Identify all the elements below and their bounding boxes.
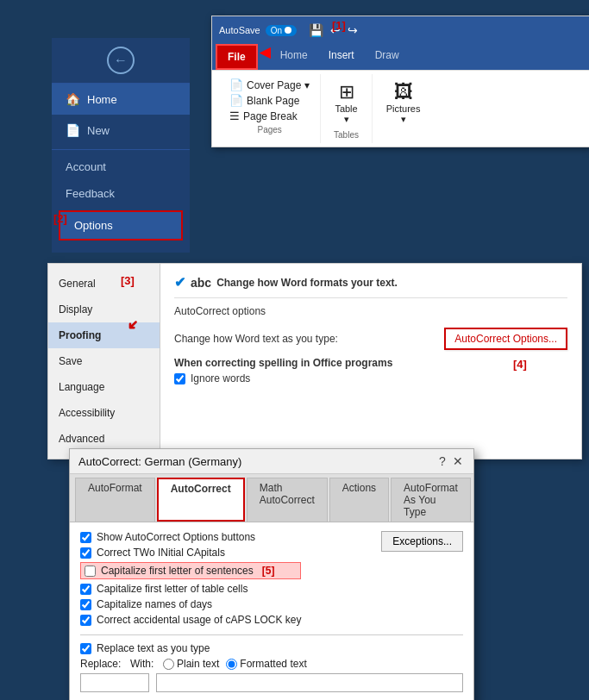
step5-label: [5]: [262, 565, 275, 577]
opt-accessibility[interactable]: Accessibility: [48, 400, 160, 426]
ignore-words-label: Ignore words: [191, 372, 250, 384]
sidebar-item-account[interactable]: Account: [52, 153, 190, 180]
dialog-close[interactable]: ✕: [451, 454, 465, 468]
two-initials-check[interactable]: [80, 547, 91, 559]
sidebar-back: ←: [52, 38, 190, 84]
tables-group: ⊞ Table ▾ Tables: [321, 74, 372, 143]
top-section: Show AutoCorrect Options buttons Correct…: [80, 531, 463, 629]
blank-page-label: Blank Page: [247, 95, 299, 107]
table-label: Table: [335, 103, 357, 114]
sidebar-item-feedback[interactable]: Feedback: [52, 180, 190, 207]
options-nav: General Display Proofing Save Language A…: [48, 264, 160, 459]
word-sidebar: ← 🏠 Home 📄 New Account Feedback Options: [52, 38, 190, 253]
dialog-help[interactable]: ?: [435, 454, 449, 468]
tab-autocorrect[interactable]: AutoCorrect: [157, 478, 245, 522]
with-col-label: With:: [130, 658, 156, 670]
pictures-group: 🖼 Pictures ▾: [373, 74, 435, 143]
left-checkboxes: Show AutoCorrect Options buttons Correct…: [80, 531, 301, 629]
replace-input-field[interactable]: [80, 673, 149, 692]
step1-label: [1]: [332, 19, 346, 32]
caps-lock-label: Correct accidental usage of cAPS LOCK ke…: [97, 614, 301, 626]
cover-page-label: Cover Page: [247, 79, 301, 91]
capitalize-table-check[interactable]: [80, 584, 91, 595]
check-icon: ✔: [174, 274, 185, 291]
tab-autoformat[interactable]: AutoFormat: [75, 478, 155, 522]
pages-group: 📄 Cover Page ▾ 📄 Blank Page ☰ Page Break…: [219, 74, 321, 143]
replace-text-row: Replace text as you type: [80, 642, 463, 654]
autocorrect-desc: Change how Word text as you type:: [174, 333, 338, 345]
home-icon: 🏠: [66, 92, 80, 106]
sidebar-item-home[interactable]: 🏠 Home: [52, 84, 190, 115]
ignore-words-check[interactable]: [174, 373, 185, 384]
opt-language[interactable]: Language: [48, 374, 160, 400]
sidebar-item-new[interactable]: 📄 New: [52, 115, 190, 146]
replace-text-check[interactable]: [80, 643, 91, 654]
replace-input-row: W11 Format-Festplatten?: [80, 673, 463, 692]
capitalize-names-label: Capitalize names of days: [97, 598, 212, 610]
opt-save[interactable]: Save: [48, 348, 160, 374]
exceptions-button[interactable]: Exceptions...: [381, 531, 463, 552]
capitalize-sentences-check[interactable]: [85, 566, 96, 577]
when-correcting-title: When correcting spelling in Office progr…: [174, 357, 567, 369]
capitalize-table-label: Capitalize first letter of table cells: [97, 583, 248, 595]
capitalize-names-check[interactable]: [80, 599, 91, 610]
formatted-text-label: Formatted text: [240, 658, 306, 670]
tab-actions[interactable]: Actions: [329, 478, 389, 522]
table-icon: ⊞: [339, 81, 354, 103]
autosave-toggle[interactable]: On: [266, 25, 297, 36]
ribbon-tabs: File ◀ Home Insert Draw: [212, 44, 589, 70]
dialog-body: Show AutoCorrect Options buttons Correct…: [70, 522, 473, 700]
opt-display[interactable]: Display: [48, 297, 160, 322]
pictures-item[interactable]: 🖼 Pictures ▾: [379, 78, 428, 128]
show-buttons-check[interactable]: [80, 532, 91, 543]
autocorrect-btn-label: AutoCorrect Options...: [454, 333, 557, 345]
opt-section-title: ✔ abc Change how Word formats your text.: [174, 274, 567, 291]
radio-group: Plain text Formatted text: [163, 658, 307, 670]
replace-headers-row: Replace: With: Plain text Formatted text: [80, 658, 463, 670]
autocorrect-options-button[interactable]: AutoCorrect Options...: [444, 328, 567, 350]
when-correcting-section: When correcting spelling in Office progr…: [174, 357, 567, 384]
cover-page-item[interactable]: 📄 Cover Page ▾: [226, 78, 313, 92]
page-break-label: Page Break: [243, 110, 298, 122]
back-button[interactable]: ←: [107, 47, 135, 74]
ribbon-panel: AutoSave On 💾 ↩ ↪ File ◀ Home Insert Dra…: [211, 16, 589, 147]
replace-value-field[interactable]: W11 Format-Festplatten?: [156, 673, 463, 692]
formatted-text-radio[interactable]: [226, 659, 237, 670]
cover-page-arrow: ▾: [304, 79, 310, 91]
plain-text-radio[interactable]: [163, 659, 174, 670]
opt-desc: Change how Word formats your text.: [216, 277, 398, 289]
opt-general[interactable]: General: [48, 271, 160, 297]
cover-page-icon: 📄: [229, 78, 243, 91]
ribbon-content: 📄 Cover Page ▾ 📄 Blank Page ☰ Page Break…: [212, 70, 589, 147]
dialog-tabs: AutoFormat AutoCorrect Math AutoCorrect …: [70, 474, 473, 522]
tab-insert[interactable]: Insert: [318, 44, 365, 70]
caps-lock-check[interactable]: [80, 615, 91, 626]
capitalize-table-row: Capitalize first letter of table cells: [80, 583, 301, 595]
caps-lock-row: Correct accidental usage of cAPS LOCK ke…: [80, 614, 301, 626]
page-break-icon: ☰: [229, 109, 240, 122]
tab-home[interactable]: Home: [270, 44, 318, 70]
tab-math-autocorrect[interactable]: Math AutoCorrect: [247, 478, 328, 522]
replace-value-spacer: W11 Format-Festplatten?: [156, 673, 463, 692]
tab-draw[interactable]: Draw: [365, 44, 410, 70]
abc-label: abc: [191, 276, 211, 290]
capitalize-sentences-label: Capitalize first letter of sentences: [101, 565, 254, 577]
toggle-state-label: On: [271, 26, 282, 35]
tab-file[interactable]: File: [216, 44, 258, 70]
file-arrow: ◀: [260, 44, 270, 70]
tables-group-title: Tables: [328, 130, 364, 140]
sidebar-item-options[interactable]: Options: [59, 210, 183, 241]
table-arrow: ▾: [344, 114, 349, 125]
sidebar-sep: [52, 149, 190, 150]
table-item[interactable]: ⊞ Table ▾: [328, 78, 364, 128]
redo-icon[interactable]: ↪: [346, 22, 360, 39]
blank-page-item[interactable]: 📄 Blank Page: [226, 93, 313, 108]
save-icon[interactable]: 💾: [307, 22, 325, 39]
replace-section: Replace text as you type Replace: With: …: [80, 634, 463, 692]
capitalize-sentences-row: Capitalize first letter of sentences [5]: [80, 562, 301, 579]
dialog-controls: ? ✕: [435, 454, 465, 468]
plain-text-label: Plain text: [177, 658, 219, 670]
page-break-item[interactable]: ☰ Page Break: [226, 109, 313, 123]
tab-autoformat-as-you-type[interactable]: AutoFormat As You Type: [391, 478, 471, 522]
pictures-arrow: ▾: [401, 114, 406, 125]
